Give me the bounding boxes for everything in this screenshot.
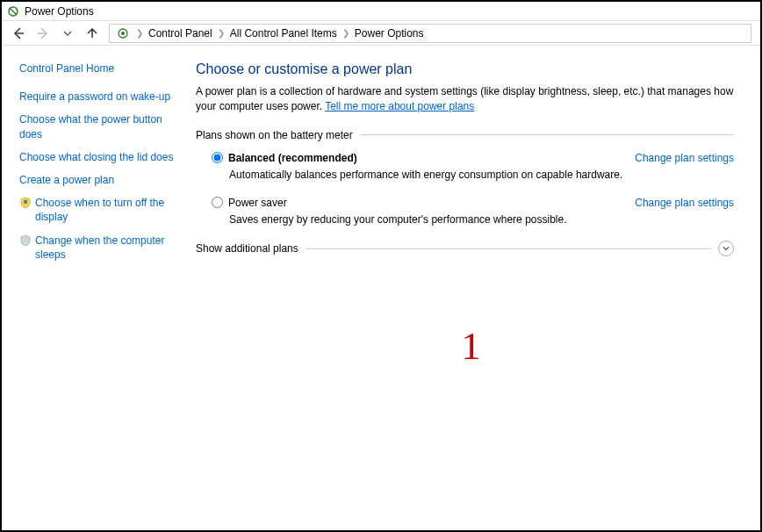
- show-additional-plans[interactable]: Show additional plans: [196, 241, 734, 256]
- plan-radio-row[interactable]: Power saver: [212, 197, 624, 209]
- page-description: A power plan is a collection of hardware…: [196, 84, 734, 115]
- svg-point-3: [24, 200, 27, 204]
- sidebar-link-create-plan[interactable]: Create a power plan: [19, 173, 175, 187]
- chevron-right-icon: ❯: [136, 28, 143, 38]
- plan-radio-row[interactable]: Balanced (recommended): [212, 152, 624, 164]
- shield-icon: [19, 197, 32, 209]
- power-plan-balanced: Balanced (recommended) Automatically bal…: [196, 152, 734, 183]
- plan-name: Balanced (recommended): [228, 152, 357, 164]
- breadcrumb-item[interactable]: Power Options: [355, 27, 424, 40]
- change-plan-settings-link[interactable]: Change plan settings: [635, 152, 734, 183]
- window-titlebar: Power Options: [2, 2, 760, 21]
- chevron-right-icon: ❯: [342, 28, 349, 38]
- change-plan-settings-link[interactable]: Change plan settings: [635, 197, 734, 227]
- page-heading: Choose or customise a power plan: [196, 61, 734, 77]
- divider: [360, 134, 734, 135]
- shield-icon: [19, 234, 32, 247]
- breadcrumb-bar[interactable]: ❯ Control Panel ❯ All Control Panel Item…: [109, 24, 751, 43]
- window-title: Power Options: [25, 5, 94, 18]
- divider: [306, 248, 711, 249]
- control-panel-icon[interactable]: [115, 25, 131, 41]
- content-area: Control Panel Home Require a password on…: [2, 46, 760, 530]
- recent-dropdown-icon[interactable]: [60, 25, 75, 41]
- forward-button[interactable]: [35, 25, 51, 41]
- power-plan-powersaver: Power saver Saves energy by reducing you…: [196, 197, 734, 227]
- breadcrumb-item[interactable]: Control Panel: [148, 27, 212, 40]
- back-button[interactable]: [11, 25, 26, 41]
- breadcrumb-item[interactable]: All Control Panel Items: [230, 27, 337, 40]
- learn-more-link[interactable]: Tell me more about power plans: [325, 100, 474, 112]
- plan-radio-powersaver[interactable]: [212, 197, 223, 208]
- plan-description: Saves energy by reducing your computer's…: [229, 212, 624, 227]
- plan-name: Power saver: [228, 197, 287, 209]
- sidebar-link-closing-lid[interactable]: Choose what closing the lid does: [19, 150, 175, 164]
- chevron-right-icon: ❯: [218, 28, 225, 38]
- control-panel-home-link[interactable]: Control Panel Home: [19, 61, 175, 75]
- plan-radio-balanced[interactable]: [212, 152, 223, 163]
- svg-point-2: [121, 32, 125, 35]
- navbar: ❯ Control Panel ❯ All Control Panel Item…: [2, 21, 760, 46]
- sidebar-link-require-password[interactable]: Require a password on wake-up: [19, 90, 175, 104]
- main-panel: Choose or customise a power plan A power…: [182, 46, 760, 530]
- sidebar-link-turn-off-display[interactable]: Choose when to turn off the display: [35, 196, 175, 224]
- power-icon: [7, 5, 19, 18]
- plan-description: Automatically balances performance with …: [229, 168, 624, 183]
- sidebar-link-power-button[interactable]: Choose what the power button does: [19, 112, 175, 140]
- chevron-down-icon[interactable]: [718, 241, 734, 256]
- sidebar-link-computer-sleeps[interactable]: Change when the computer sleeps: [35, 234, 175, 262]
- section-header: Plans shown on the battery meter: [196, 129, 734, 141]
- expander-label: Show additional plans: [196, 242, 298, 255]
- up-button[interactable]: [84, 25, 100, 41]
- annotation-number: 1: [462, 324, 481, 369]
- section-title: Plans shown on the battery meter: [196, 129, 353, 141]
- sidebar: Control Panel Home Require a password on…: [2, 46, 182, 530]
